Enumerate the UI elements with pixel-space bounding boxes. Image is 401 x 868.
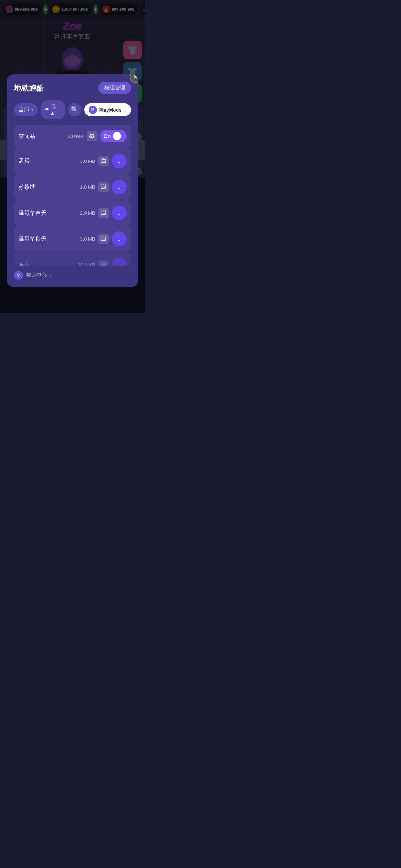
help-icon: ?: [14, 271, 23, 280]
modal-overlay: ✕ 地铁跑酷 模组管理 全部 ▾ ≡ 最新 🔍 P PlayMods ↓: [0, 0, 145, 313]
mod-download-3[interactable]: ↓: [112, 206, 127, 220]
search-button[interactable]: 🔍: [68, 103, 81, 116]
mod-name-5: 东京: [19, 262, 75, 266]
chevron-down-icon: ▾: [31, 107, 33, 112]
mod-item-0: 空间站 3.0 MB 🖼 On: [14, 125, 131, 148]
playmods-download-icon: ↓: [124, 107, 127, 113]
mod-name-0: 空间站: [19, 133, 65, 140]
download-icon-1: ↓: [117, 157, 121, 165]
mod-item-1: 孟买 3.0 MB 🖼 ↓: [14, 148, 131, 174]
filter-latest-label: 最新: [51, 103, 61, 116]
mod-item-3: 温哥华春天 2.9 MB 🖼 ↓: [14, 200, 131, 226]
toggle-circle-0: [113, 132, 121, 140]
filter-all-select[interactable]: 全部 ▾: [14, 103, 38, 116]
mod-preview-2[interactable]: 🖼: [98, 182, 109, 192]
help-label: 帮助中心: [26, 272, 47, 279]
playmods-logo: P: [89, 106, 97, 114]
mod-size-1: 3.0 MB: [80, 158, 95, 164]
mod-item-2: 苏黎世 1.8 MB 🖼 ↓: [14, 174, 131, 200]
chevron-right-icon: ›: [50, 272, 52, 279]
playmods-label: PlayMods: [99, 107, 122, 113]
download-icon-2: ↓: [117, 183, 121, 191]
mod-preview-4[interactable]: 🖼: [98, 234, 109, 244]
mod-list: 空间站 3.0 MB 🖼 On 孟买 3.0 MB 🖼 ↓ 苏黎世: [14, 125, 131, 266]
mod-download-5[interactable]: ↓: [112, 257, 127, 266]
mod-preview-3[interactable]: 🖼: [98, 208, 109, 218]
mod-size-4: 3.0 MB: [80, 236, 95, 242]
mod-size-5: 30.4 KB: [78, 262, 95, 266]
mod-manage-button[interactable]: 模组管理: [98, 82, 131, 94]
close-icon: ✕: [133, 74, 138, 81]
toggle-on-label-0: On: [104, 133, 111, 139]
mod-name-3: 温哥华春天: [19, 210, 77, 217]
list-icon: ≡: [45, 106, 49, 113]
playmods-button[interactable]: P PlayMods ↓: [84, 103, 131, 116]
mod-download-2[interactable]: ↓: [112, 180, 127, 194]
mod-download-4[interactable]: ↓: [112, 231, 127, 246]
filter-row: 全部 ▾ ≡ 最新 🔍 P PlayMods ↓: [14, 100, 131, 119]
mod-name-2: 苏黎世: [19, 184, 77, 191]
mod-preview-0[interactable]: 🖼: [87, 131, 97, 141]
filter-all-label: 全部: [19, 106, 29, 113]
mod-size-2: 1.8 MB: [80, 184, 95, 190]
mod-size-3: 2.9 MB: [80, 210, 95, 216]
mod-modal: ✕ 地铁跑酷 模组管理 全部 ▾ ≡ 最新 🔍 P PlayMods ↓: [7, 74, 138, 287]
mod-name-1: 孟买: [19, 158, 77, 165]
download-icon-4: ↓: [117, 235, 121, 243]
mod-name-4: 温哥华秋天: [19, 236, 77, 243]
mod-item-4: 温哥华秋天 3.0 MB 🖼 ↓: [14, 226, 131, 251]
mod-size-0: 3.0 MB: [68, 134, 83, 139]
help-center[interactable]: ? 帮助中心 ›: [14, 271, 131, 280]
download-icon-3: ↓: [117, 209, 121, 217]
mod-toggle-0[interactable]: On: [100, 130, 127, 142]
search-icon: 🔍: [71, 106, 79, 114]
mod-preview-5[interactable]: 🖼: [98, 260, 109, 266]
modal-title: 地铁跑酷: [14, 83, 44, 93]
mod-item-5: 东京 30.4 KB 🖼 ↓: [14, 252, 131, 266]
download-icon-5: ↓: [117, 261, 121, 266]
modal-header: 地铁跑酷 模组管理: [14, 82, 131, 94]
mod-download-1[interactable]: ↓: [112, 154, 127, 168]
mod-preview-1[interactable]: 🖼: [98, 156, 109, 166]
filter-latest-button[interactable]: ≡ 最新: [41, 100, 65, 119]
